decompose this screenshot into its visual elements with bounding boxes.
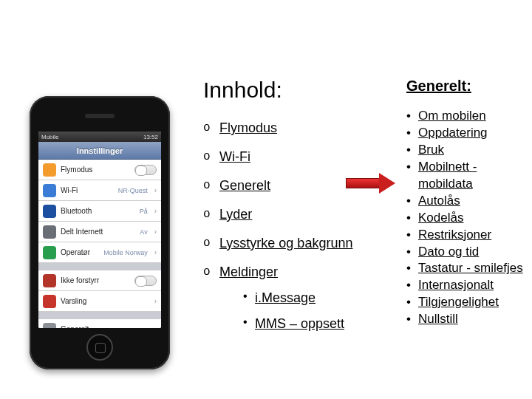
innhold-heading: Innhold: xyxy=(203,78,366,103)
settings-row[interactable]: BluetoothPå› xyxy=(38,201,161,222)
generelt-heading: Generelt: xyxy=(406,78,525,95)
chevron-right-icon: › xyxy=(154,325,157,328)
innhold-list: Flymodus Wi-Fi Generelt Lyder Lysstyrke … xyxy=(203,120,366,332)
settings-group-3: Generelt› xyxy=(38,319,161,328)
row-label: Wi-Fi xyxy=(61,186,114,194)
sub-item: i.Message xyxy=(242,290,366,306)
row-icon xyxy=(43,323,56,329)
settings-row[interactable]: Varsling› xyxy=(38,291,161,312)
innhold-item: Flymodus xyxy=(203,120,366,136)
link-lysstyrke[interactable]: Lysstyrke og bakgrunn xyxy=(219,236,352,250)
nav-title: Innstillinger xyxy=(38,142,161,160)
generelt-link[interactable]: Kodelås xyxy=(418,211,463,225)
generelt-list: Om mobilenOppdateringBrukMobilnett - mob… xyxy=(406,108,525,328)
arrow-head xyxy=(379,173,395,194)
innhold-item: Lysstyrke og bakgrunn xyxy=(203,236,366,251)
phone-earpiece xyxy=(85,114,115,118)
phone-frame: Mobile 13:52 Innstillinger FlymodusWi-Fi… xyxy=(30,96,170,369)
sub-item: MMS – oppsett xyxy=(242,316,366,332)
clock-label: 13:52 xyxy=(143,134,158,140)
settings-group-1: FlymodusWi-FiNR-Quest›BluetoothPå›Delt I… xyxy=(38,160,161,263)
row-label: Delt Internett xyxy=(61,228,135,236)
generelt-item: Tastatur - smilefjes xyxy=(406,260,525,277)
row-label: Bluetooth xyxy=(61,207,135,215)
generelt-link[interactable]: Tilgjengelighet xyxy=(418,295,499,309)
meldinger-sublist: i.Message MMS – oppsett xyxy=(242,290,366,332)
arrow-body xyxy=(346,178,380,188)
generelt-link[interactable]: Tastatur - smilefjes xyxy=(418,261,523,275)
settings-group-2: Ikke forstyrrVarsling› xyxy=(38,270,161,312)
row-detail: Av xyxy=(140,228,147,236)
settings-row[interactable]: Flymodus xyxy=(38,160,161,180)
innhold-item: Wi-Fi xyxy=(203,149,366,165)
chevron-right-icon: › xyxy=(154,297,157,305)
generelt-item: Mobilnett - mobildata xyxy=(406,159,525,193)
home-button[interactable] xyxy=(86,334,113,361)
row-label: Ikke forstyrr xyxy=(61,276,130,284)
settings-row[interactable]: Wi-FiNR-Quest› xyxy=(38,180,161,201)
settings-row[interactable]: Generelt› xyxy=(38,319,161,328)
generelt-link[interactable]: Autolås xyxy=(418,194,460,208)
generelt-column: Generelt: Om mobilenOppdateringBrukMobil… xyxy=(406,78,525,328)
generelt-item: Tilgjengelighet xyxy=(406,294,525,311)
link-flymodus[interactable]: Flymodus xyxy=(219,120,277,135)
toggle-switch[interactable] xyxy=(134,165,157,175)
generelt-item: Bruk xyxy=(406,142,525,159)
row-icon xyxy=(43,246,56,259)
link-lyder[interactable]: Lyder xyxy=(219,207,252,222)
row-detail: Mobile Norway xyxy=(103,249,148,256)
link-imessage[interactable]: i.Message xyxy=(255,290,316,305)
generelt-item: Internasjonalt xyxy=(406,277,525,294)
row-icon xyxy=(43,274,56,287)
generelt-link[interactable]: Nullstill xyxy=(418,312,458,326)
row-detail: NR-Quest xyxy=(118,187,148,194)
generelt-link[interactable]: Dato og tid xyxy=(418,245,479,259)
chevron-right-icon: › xyxy=(154,186,157,194)
row-label: Operatør xyxy=(61,248,99,256)
chevron-right-icon: › xyxy=(154,228,157,236)
generelt-link[interactable]: Restriksjoner xyxy=(418,228,491,242)
row-detail: På xyxy=(140,208,148,215)
group-gap xyxy=(38,312,161,319)
generelt-link[interactable]: Bruk xyxy=(418,143,444,157)
innhold-item: Generelt xyxy=(203,178,366,194)
arrow-icon xyxy=(346,173,398,194)
settings-row[interactable]: Delt InternettAv› xyxy=(38,222,161,242)
row-label: Flymodus xyxy=(61,166,130,174)
generelt-link[interactable]: Mobilnett - mobildata xyxy=(418,160,477,191)
group-gap xyxy=(38,263,161,270)
link-wifi[interactable]: Wi-Fi xyxy=(219,149,250,164)
row-label: Generelt xyxy=(61,325,150,328)
carrier-label: Mobile xyxy=(41,134,59,140)
chevron-right-icon: › xyxy=(154,207,157,215)
slide: Mobile 13:52 Innstillinger FlymodusWi-Fi… xyxy=(0,0,532,399)
row-icon xyxy=(43,295,56,308)
generelt-item: Kodelås xyxy=(406,210,525,227)
generelt-item: Oppdatering xyxy=(406,125,525,142)
status-bar: Mobile 13:52 xyxy=(38,132,161,142)
generelt-item: Restriksjoner xyxy=(406,227,525,244)
settings-row[interactable]: Ikke forstyrr xyxy=(38,270,161,291)
row-icon xyxy=(43,205,56,218)
settings-row[interactable]: OperatørMobile Norway› xyxy=(38,242,161,263)
toggle-switch[interactable] xyxy=(134,276,157,286)
generelt-link[interactable]: Internasjonalt xyxy=(418,278,494,292)
link-meldinger[interactable]: Meldinger xyxy=(219,265,278,279)
generelt-item: Dato og tid xyxy=(406,244,525,261)
generelt-item: Nullstill xyxy=(406,311,525,328)
generelt-link[interactable]: Oppdatering xyxy=(418,126,488,140)
generelt-item: Autolås xyxy=(406,193,525,210)
phone-screen: Mobile 13:52 Innstillinger FlymodusWi-Fi… xyxy=(38,132,161,328)
innhold-item: Meldinger i.Message MMS – oppsett xyxy=(203,265,366,332)
link-generelt[interactable]: Generelt xyxy=(219,178,270,193)
row-label: Varsling xyxy=(61,297,150,305)
row-icon xyxy=(43,163,56,177)
row-icon xyxy=(43,184,56,197)
innhold-item: Lyder xyxy=(203,207,366,222)
link-mms[interactable]: MMS – oppsett xyxy=(255,316,344,331)
generelt-item: Om mobilen xyxy=(406,108,525,125)
chevron-right-icon: › xyxy=(154,248,157,256)
row-icon xyxy=(43,225,56,239)
generelt-link[interactable]: Om mobilen xyxy=(418,109,486,123)
innhold-column: Innhold: Flymodus Wi-Fi Generelt Lyder L… xyxy=(203,78,366,342)
